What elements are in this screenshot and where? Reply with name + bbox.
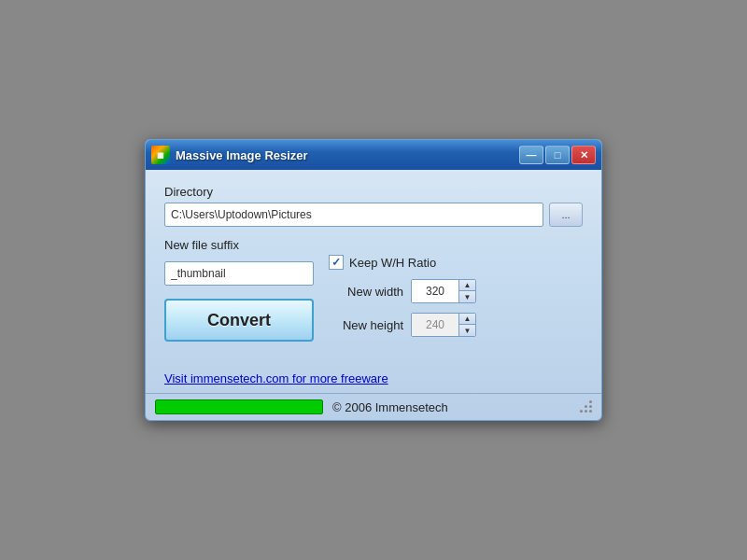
copyright-text: © 2006 Immensetech bbox=[332, 400, 571, 414]
new-height-spinbox: ▲ ▼ bbox=[411, 313, 476, 337]
app-icon: ▦ bbox=[151, 146, 170, 164]
directory-row: ... bbox=[164, 203, 583, 227]
checkbox-check: ✓ bbox=[331, 256, 341, 269]
new-width-label: New width bbox=[329, 285, 403, 299]
status-bar: © 2006 Immensetech bbox=[146, 393, 601, 420]
new-height-up[interactable]: ▲ bbox=[459, 314, 475, 325]
progress-bar bbox=[155, 399, 323, 414]
main-content: Directory ... New file suffix Convert ✓ bbox=[146, 170, 601, 364]
titlebar: ▦ Massive Image Resizer — □ ✕ bbox=[146, 140, 601, 170]
new-width-down[interactable]: ▼ bbox=[459, 291, 475, 302]
new-width-up[interactable]: ▲ bbox=[459, 280, 475, 291]
keep-ratio-row: ✓ Keep W/H Ratio bbox=[329, 255, 476, 270]
browse-button[interactable]: ... bbox=[549, 203, 583, 227]
directory-input[interactable] bbox=[164, 203, 543, 227]
new-width-input[interactable] bbox=[412, 280, 458, 302]
keep-ratio-label: Keep W/H Ratio bbox=[349, 256, 436, 270]
window-title: Massive Image Resizer bbox=[176, 148, 514, 162]
close-button[interactable]: ✕ bbox=[571, 146, 596, 164]
new-height-down[interactable]: ▼ bbox=[459, 325, 475, 336]
new-height-row: New height ▲ ▼ bbox=[329, 313, 476, 337]
link-section: Visit immensetech.com for more freeware bbox=[146, 364, 601, 385]
maximize-button[interactable]: □ bbox=[545, 146, 570, 164]
new-height-input[interactable] bbox=[412, 314, 458, 336]
suffix-input[interactable] bbox=[164, 261, 314, 286]
new-width-spin-buttons: ▲ ▼ bbox=[458, 280, 475, 302]
freeware-link[interactable]: Visit immensetech.com for more freeware bbox=[164, 371, 388, 385]
options-section: New file suffix Convert ✓ Keep W/H Ratio bbox=[164, 238, 583, 342]
suffix-label: New file suffix bbox=[164, 238, 314, 252]
resize-grip[interactable] bbox=[581, 401, 592, 413]
suffix-right: ✓ Keep W/H Ratio New width ▲ ▼ bbox=[329, 238, 476, 337]
main-window: ▦ Massive Image Resizer — □ ✕ Directory … bbox=[145, 139, 602, 421]
convert-button[interactable]: Convert bbox=[164, 299, 314, 342]
new-width-spinbox: ▲ ▼ bbox=[411, 279, 476, 303]
new-width-row: New width ▲ ▼ bbox=[329, 279, 476, 303]
directory-label: Directory bbox=[164, 185, 583, 199]
window-controls: — □ ✕ bbox=[519, 146, 596, 164]
new-height-label: New height bbox=[329, 318, 403, 332]
suffix-left: New file suffix Convert bbox=[164, 238, 314, 342]
keep-ratio-checkbox[interactable]: ✓ bbox=[329, 255, 344, 270]
minimize-button[interactable]: — bbox=[519, 146, 543, 164]
new-height-spin-buttons: ▲ ▼ bbox=[458, 314, 475, 336]
